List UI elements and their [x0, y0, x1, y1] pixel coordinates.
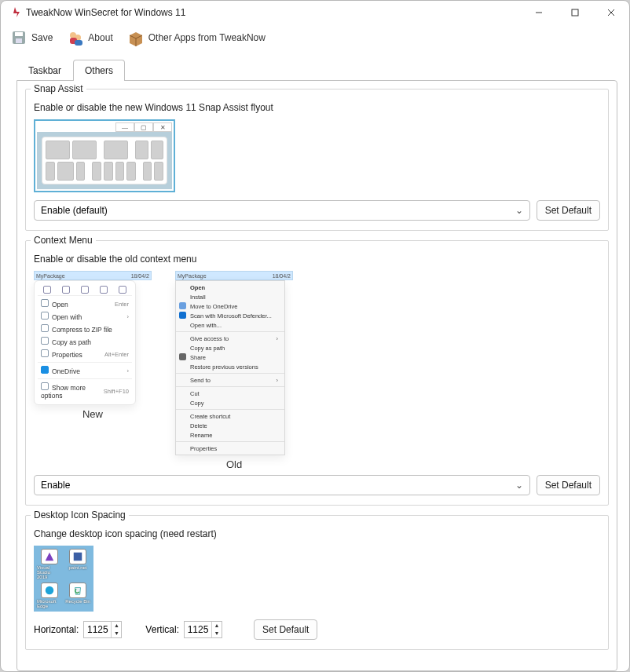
about-icon	[67, 29, 84, 46]
group-title: Desktop Icon Spacing	[31, 509, 129, 520]
app-window: TweakNow WinSecret for Windows 11 Save A…	[0, 0, 630, 672]
svg-rect-10	[75, 40, 82, 46]
content-area: Taskbar Others Snap Assist Enable or dis…	[1, 50, 629, 671]
about-label: About	[88, 32, 112, 43]
tab-others[interactable]: Others	[73, 60, 125, 81]
group-desktop-icon-spacing: Desktop Icon Spacing Change desktop icon…	[25, 515, 609, 650]
old-context-menu: Open Install Move to OneDrive Scan with …	[175, 280, 285, 455]
cm-new-col: MyPackage18/04/2 OpenEnter Open with› Co…	[34, 271, 152, 420]
other-apps-label: Other Apps from TweakNow	[148, 32, 266, 43]
cm-set-default-button[interactable]: Set Default	[537, 475, 600, 495]
about-button[interactable]: About	[62, 27, 117, 49]
group-snap-assist: Snap Assist Enable or disable the new Wi…	[25, 89, 609, 231]
maximize-button[interactable]	[557, 1, 593, 24]
close-button[interactable]	[593, 1, 629, 24]
svg-rect-1	[572, 9, 578, 16]
app-icon	[9, 6, 21, 19]
spinner-up-icon[interactable]: ▲	[112, 622, 121, 630]
group-context-menu: Context Menu Enable or disable the old c…	[25, 240, 609, 506]
dis-set-default-button[interactable]: Set Default	[254, 619, 317, 640]
vertical-value: 1125	[185, 624, 211, 635]
toolbar: Save About Other Apps from TweakNow	[1, 24, 629, 50]
vertical-spinner[interactable]: 1125 ▲▼	[184, 621, 222, 638]
chevron-down-icon: ⌄	[515, 480, 523, 491]
dis-desc: Change desktop icon spacing (need restar…	[34, 528, 600, 539]
group-title: Context Menu	[31, 235, 96, 246]
spinner-down-icon[interactable]: ▼	[212, 630, 222, 637]
snap-desc: Enable or disable the new Windows 11 Sna…	[34, 102, 600, 113]
close-icon: ✕	[153, 122, 172, 132]
old-label: Old	[226, 458, 242, 470]
save-label: Save	[31, 32, 53, 43]
svg-point-12	[46, 586, 54, 595]
snap-illustration: — ▢ ✕	[34, 119, 175, 192]
maximize-icon: ▢	[134, 122, 153, 132]
svg-rect-11	[74, 553, 82, 561]
file-header: MyPackage18/04/2	[34, 271, 152, 280]
cm-combo-value: Enable	[41, 480, 70, 491]
cm-combo[interactable]: Enable ⌄	[34, 475, 530, 495]
cm-desc: Enable or disable the old context menu	[34, 254, 600, 265]
minimize-icon: —	[115, 122, 134, 132]
save-icon	[10, 29, 27, 46]
vertical-label: Vertical:	[145, 624, 179, 635]
other-apps-button[interactable]: Other Apps from TweakNow	[123, 27, 270, 49]
new-label: New	[82, 408, 103, 420]
window-title: TweakNow WinSecret for Windows 11	[26, 7, 185, 18]
snap-combo[interactable]: Enable (default) ⌄	[34, 200, 530, 221]
chevron-down-icon: ⌄	[515, 205, 523, 216]
horizontal-label: Horizontal:	[34, 624, 79, 635]
box-icon	[127, 29, 145, 46]
spinner-up-icon[interactable]: ▲	[212, 622, 222, 630]
tab-taskbar[interactable]: Taskbar	[16, 60, 73, 81]
titlebar: TweakNow WinSecret for Windows 11	[1, 1, 629, 24]
snap-combo-value: Enable (default)	[41, 205, 108, 216]
svg-rect-6	[16, 38, 22, 43]
cm-old-col: MyPackage18/04/2 Open Install Move to On…	[175, 271, 293, 470]
tab-strip: Taskbar Others	[16, 58, 617, 80]
tab-panel-others: Snap Assist Enable or disable the new Wi…	[16, 80, 617, 671]
save-button[interactable]: Save	[5, 27, 57, 49]
new-context-menu: OpenEnter Open with› Compress to ZIP fil…	[34, 280, 136, 405]
group-title: Snap Assist	[31, 83, 86, 94]
spinner-down-icon[interactable]: ▼	[112, 630, 121, 637]
horizontal-value: 1125	[84, 624, 111, 635]
desktop-illustration: Visual Studio 2019 paint.net Microsoft E…	[34, 546, 93, 612]
file-header: MyPackage18/04/2	[175, 271, 293, 280]
minimize-button[interactable]	[521, 1, 557, 24]
snap-set-default-button[interactable]: Set Default	[537, 200, 600, 221]
horizontal-spinner[interactable]: 1125 ▲▼	[83, 621, 122, 638]
svg-rect-5	[15, 32, 23, 36]
